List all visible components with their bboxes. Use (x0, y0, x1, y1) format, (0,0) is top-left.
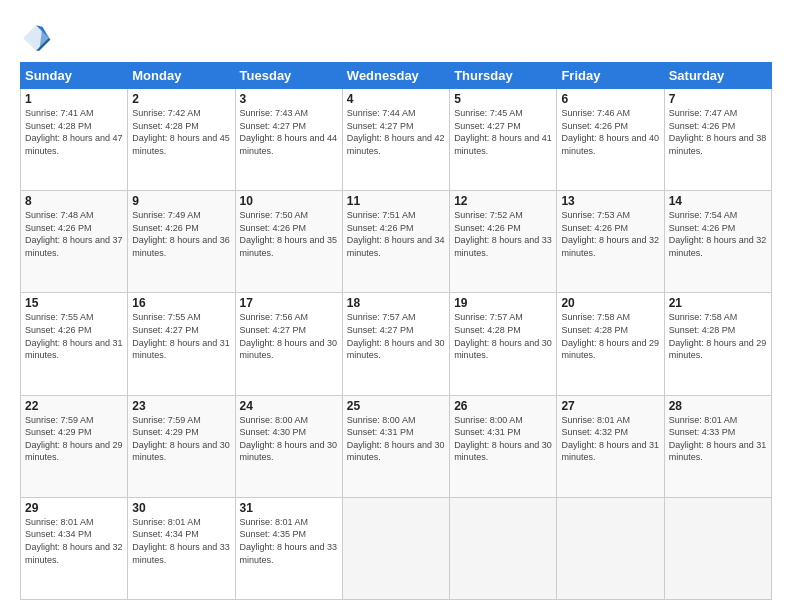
calendar-day-cell: 31Sunrise: 8:01 AMSunset: 4:35 PMDayligh… (235, 497, 342, 599)
calendar-day-cell: 29Sunrise: 8:01 AMSunset: 4:34 PMDayligh… (21, 497, 128, 599)
calendar-day-cell: 18Sunrise: 7:57 AMSunset: 4:27 PMDayligh… (342, 293, 449, 395)
calendar-day-cell: 16Sunrise: 7:55 AMSunset: 4:27 PMDayligh… (128, 293, 235, 395)
day-info: Sunrise: 7:56 AMSunset: 4:27 PMDaylight:… (240, 311, 338, 361)
day-number: 9 (132, 194, 230, 208)
calendar-day-header: Sunday (21, 63, 128, 89)
calendar-week-row: 1Sunrise: 7:41 AMSunset: 4:28 PMDaylight… (21, 89, 772, 191)
calendar-day-cell: 4Sunrise: 7:44 AMSunset: 4:27 PMDaylight… (342, 89, 449, 191)
day-number: 29 (25, 501, 123, 515)
day-number: 14 (669, 194, 767, 208)
day-info: Sunrise: 8:00 AMSunset: 4:31 PMDaylight:… (454, 414, 552, 464)
calendar-day-cell: 30Sunrise: 8:01 AMSunset: 4:34 PMDayligh… (128, 497, 235, 599)
calendar-header-row: SundayMondayTuesdayWednesdayThursdayFrid… (21, 63, 772, 89)
day-number: 19 (454, 296, 552, 310)
calendar-day-cell: 22Sunrise: 7:59 AMSunset: 4:29 PMDayligh… (21, 395, 128, 497)
day-number: 15 (25, 296, 123, 310)
calendar-day-header: Saturday (664, 63, 771, 89)
logo-icon (20, 22, 52, 54)
calendar-day-cell (342, 497, 449, 599)
calendar-day-cell (664, 497, 771, 599)
day-info: Sunrise: 7:50 AMSunset: 4:26 PMDaylight:… (240, 209, 338, 259)
day-number: 2 (132, 92, 230, 106)
day-info: Sunrise: 7:49 AMSunset: 4:26 PMDaylight:… (132, 209, 230, 259)
day-number: 18 (347, 296, 445, 310)
day-info: Sunrise: 8:01 AMSunset: 4:34 PMDaylight:… (25, 516, 123, 566)
calendar-day-cell: 13Sunrise: 7:53 AMSunset: 4:26 PMDayligh… (557, 191, 664, 293)
day-number: 27 (561, 399, 659, 413)
calendar-day-cell: 8Sunrise: 7:48 AMSunset: 4:26 PMDaylight… (21, 191, 128, 293)
calendar-day-header: Tuesday (235, 63, 342, 89)
calendar-day-cell (450, 497, 557, 599)
calendar-day-cell: 27Sunrise: 8:01 AMSunset: 4:32 PMDayligh… (557, 395, 664, 497)
calendar-table: SundayMondayTuesdayWednesdayThursdayFrid… (20, 62, 772, 600)
calendar-day-cell: 26Sunrise: 8:00 AMSunset: 4:31 PMDayligh… (450, 395, 557, 497)
calendar-day-cell: 5Sunrise: 7:45 AMSunset: 4:27 PMDaylight… (450, 89, 557, 191)
day-info: Sunrise: 8:01 AMSunset: 4:33 PMDaylight:… (669, 414, 767, 464)
day-info: Sunrise: 7:43 AMSunset: 4:27 PMDaylight:… (240, 107, 338, 157)
day-number: 26 (454, 399, 552, 413)
day-info: Sunrise: 7:46 AMSunset: 4:26 PMDaylight:… (561, 107, 659, 157)
calendar-day-cell: 23Sunrise: 7:59 AMSunset: 4:29 PMDayligh… (128, 395, 235, 497)
day-info: Sunrise: 7:59 AMSunset: 4:29 PMDaylight:… (132, 414, 230, 464)
day-info: Sunrise: 7:59 AMSunset: 4:29 PMDaylight:… (25, 414, 123, 464)
day-info: Sunrise: 7:54 AMSunset: 4:26 PMDaylight:… (669, 209, 767, 259)
day-info: Sunrise: 7:57 AMSunset: 4:27 PMDaylight:… (347, 311, 445, 361)
day-number: 13 (561, 194, 659, 208)
day-number: 3 (240, 92, 338, 106)
day-info: Sunrise: 7:41 AMSunset: 4:28 PMDaylight:… (25, 107, 123, 157)
calendar-day-cell: 17Sunrise: 7:56 AMSunset: 4:27 PMDayligh… (235, 293, 342, 395)
calendar-day-cell: 15Sunrise: 7:55 AMSunset: 4:26 PMDayligh… (21, 293, 128, 395)
day-info: Sunrise: 7:47 AMSunset: 4:26 PMDaylight:… (669, 107, 767, 157)
day-info: Sunrise: 7:58 AMSunset: 4:28 PMDaylight:… (669, 311, 767, 361)
day-info: Sunrise: 8:01 AMSunset: 4:35 PMDaylight:… (240, 516, 338, 566)
day-info: Sunrise: 7:53 AMSunset: 4:26 PMDaylight:… (561, 209, 659, 259)
day-info: Sunrise: 7:42 AMSunset: 4:28 PMDaylight:… (132, 107, 230, 157)
calendar-day-header: Thursday (450, 63, 557, 89)
day-info: Sunrise: 7:44 AMSunset: 4:27 PMDaylight:… (347, 107, 445, 157)
calendar-day-cell: 9Sunrise: 7:49 AMSunset: 4:26 PMDaylight… (128, 191, 235, 293)
header (20, 18, 772, 54)
day-info: Sunrise: 8:01 AMSunset: 4:32 PMDaylight:… (561, 414, 659, 464)
day-info: Sunrise: 8:00 AMSunset: 4:31 PMDaylight:… (347, 414, 445, 464)
calendar-day-cell: 11Sunrise: 7:51 AMSunset: 4:26 PMDayligh… (342, 191, 449, 293)
calendar-week-row: 8Sunrise: 7:48 AMSunset: 4:26 PMDaylight… (21, 191, 772, 293)
day-number: 24 (240, 399, 338, 413)
day-number: 20 (561, 296, 659, 310)
day-info: Sunrise: 7:55 AMSunset: 4:27 PMDaylight:… (132, 311, 230, 361)
calendar-day-cell: 24Sunrise: 8:00 AMSunset: 4:30 PMDayligh… (235, 395, 342, 497)
page: SundayMondayTuesdayWednesdayThursdayFrid… (0, 0, 792, 612)
day-number: 11 (347, 194, 445, 208)
calendar-week-row: 15Sunrise: 7:55 AMSunset: 4:26 PMDayligh… (21, 293, 772, 395)
calendar-day-cell: 19Sunrise: 7:57 AMSunset: 4:28 PMDayligh… (450, 293, 557, 395)
day-info: Sunrise: 7:55 AMSunset: 4:26 PMDaylight:… (25, 311, 123, 361)
day-number: 17 (240, 296, 338, 310)
calendar-day-cell: 10Sunrise: 7:50 AMSunset: 4:26 PMDayligh… (235, 191, 342, 293)
calendar-day-cell: 12Sunrise: 7:52 AMSunset: 4:26 PMDayligh… (450, 191, 557, 293)
calendar-day-cell: 1Sunrise: 7:41 AMSunset: 4:28 PMDaylight… (21, 89, 128, 191)
calendar-day-cell: 7Sunrise: 7:47 AMSunset: 4:26 PMDaylight… (664, 89, 771, 191)
calendar-day-header: Wednesday (342, 63, 449, 89)
day-number: 28 (669, 399, 767, 413)
calendar-day-cell: 2Sunrise: 7:42 AMSunset: 4:28 PMDaylight… (128, 89, 235, 191)
calendar-day-header: Friday (557, 63, 664, 89)
calendar-day-cell: 25Sunrise: 8:00 AMSunset: 4:31 PMDayligh… (342, 395, 449, 497)
day-number: 12 (454, 194, 552, 208)
day-info: Sunrise: 7:52 AMSunset: 4:26 PMDaylight:… (454, 209, 552, 259)
day-number: 8 (25, 194, 123, 208)
day-info: Sunrise: 7:57 AMSunset: 4:28 PMDaylight:… (454, 311, 552, 361)
day-info: Sunrise: 8:00 AMSunset: 4:30 PMDaylight:… (240, 414, 338, 464)
logo (20, 22, 56, 54)
day-info: Sunrise: 7:58 AMSunset: 4:28 PMDaylight:… (561, 311, 659, 361)
day-number: 30 (132, 501, 230, 515)
calendar-day-cell: 3Sunrise: 7:43 AMSunset: 4:27 PMDaylight… (235, 89, 342, 191)
calendar-day-cell: 20Sunrise: 7:58 AMSunset: 4:28 PMDayligh… (557, 293, 664, 395)
calendar-day-cell: 21Sunrise: 7:58 AMSunset: 4:28 PMDayligh… (664, 293, 771, 395)
day-number: 7 (669, 92, 767, 106)
day-number: 22 (25, 399, 123, 413)
day-number: 23 (132, 399, 230, 413)
calendar-day-cell: 28Sunrise: 8:01 AMSunset: 4:33 PMDayligh… (664, 395, 771, 497)
day-number: 6 (561, 92, 659, 106)
day-number: 31 (240, 501, 338, 515)
calendar-week-row: 22Sunrise: 7:59 AMSunset: 4:29 PMDayligh… (21, 395, 772, 497)
day-info: Sunrise: 7:45 AMSunset: 4:27 PMDaylight:… (454, 107, 552, 157)
